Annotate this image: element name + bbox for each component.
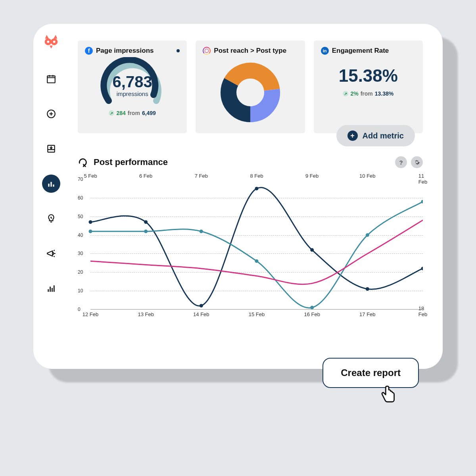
- donut-chart: [217, 59, 284, 126]
- data-point: [89, 220, 92, 224]
- nav-insights[interactable]: [42, 279, 60, 298]
- nav-ideas[interactable]: [42, 209, 60, 228]
- card-page-impressions[interactable]: f Page impressions 6,783 impressions: [78, 40, 187, 133]
- card-title: Page impressions: [96, 47, 154, 55]
- gear-icon: [414, 159, 420, 165]
- card-post-reach[interactable]: Post reach > Post type: [196, 40, 305, 133]
- svg-rect-11: [50, 287, 51, 292]
- nav-calendar[interactable]: [42, 70, 60, 88]
- data-point: [366, 233, 369, 237]
- plus-circle-icon: +: [347, 131, 358, 141]
- nav-inbox[interactable]: [42, 140, 60, 158]
- sidebar: [33, 24, 69, 369]
- owl-logo-icon: [42, 35, 60, 53]
- data-point: [144, 220, 148, 224]
- data-point: [200, 230, 203, 233]
- delta-value: 284: [116, 110, 125, 116]
- nav-analytics[interactable]: [42, 175, 60, 193]
- dashboard-card: f Page impressions 6,783 impressions: [33, 24, 443, 369]
- chart-series: [90, 188, 423, 306]
- impressions-unit: impressions: [113, 90, 152, 97]
- nav-add[interactable]: [42, 105, 60, 123]
- chart-svg: [78, 174, 423, 317]
- svg-rect-8: [50, 182, 52, 187]
- svg-rect-9: [53, 184, 54, 186]
- instagram-icon: [203, 47, 211, 55]
- engagement-value: 15.38%: [321, 66, 416, 86]
- help-button[interactable]: ?: [395, 156, 407, 168]
- create-report-button[interactable]: Create report: [322, 358, 419, 388]
- trend-up-icon: ↗: [109, 110, 114, 116]
- data-point: [255, 187, 259, 190]
- data-point: [310, 306, 314, 309]
- add-metric-button[interactable]: + Add metric: [336, 125, 415, 146]
- data-point: [200, 304, 203, 307]
- facebook-icon: f: [85, 47, 93, 55]
- main-content: f Page impressions 6,783 impressions: [69, 24, 443, 369]
- data-point: [366, 287, 369, 291]
- status-dot-icon: [177, 49, 180, 52]
- section-title: Post performance: [94, 157, 168, 167]
- performance-icon: [78, 157, 88, 167]
- nav-promote[interactable]: [42, 244, 60, 263]
- data-point: [310, 248, 314, 252]
- card-engagement-rate[interactable]: in Engagement Rate 15.38% ↗ 2% from 13.3…: [314, 40, 423, 133]
- data-point: [144, 230, 148, 233]
- linkedin-icon: in: [321, 47, 329, 55]
- svg-rect-7: [48, 184, 49, 187]
- delta-label: from: [128, 110, 140, 116]
- svg-point-2: [47, 40, 49, 43]
- svg-point-3: [53, 40, 56, 43]
- previous-value: 6,499: [142, 110, 156, 116]
- chart-series: [90, 202, 423, 308]
- settings-button[interactable]: [411, 156, 423, 168]
- impressions-value: 6,783: [113, 74, 152, 90]
- data-point: [255, 259, 259, 263]
- svg-rect-13: [54, 285, 55, 292]
- svg-rect-12: [52, 288, 53, 292]
- card-title: Engagement Rate: [332, 47, 389, 55]
- line-chart: 0102030405060705 Feb6 Feb7 Feb8 Feb9 Feb…: [78, 174, 423, 317]
- pointer-cursor-icon: [378, 384, 399, 405]
- svg-rect-10: [48, 289, 49, 292]
- svg-rect-4: [47, 76, 55, 83]
- create-report-label: Create report: [341, 367, 401, 378]
- data-point: [89, 230, 92, 233]
- delta-label: from: [361, 90, 373, 97]
- trend-up-icon: ↗: [343, 91, 348, 96]
- add-metric-label: Add metric: [363, 131, 404, 140]
- card-title: Post reach > Post type: [214, 47, 286, 55]
- delta-value: 2%: [350, 90, 358, 97]
- previous-value: 13.38%: [375, 90, 393, 97]
